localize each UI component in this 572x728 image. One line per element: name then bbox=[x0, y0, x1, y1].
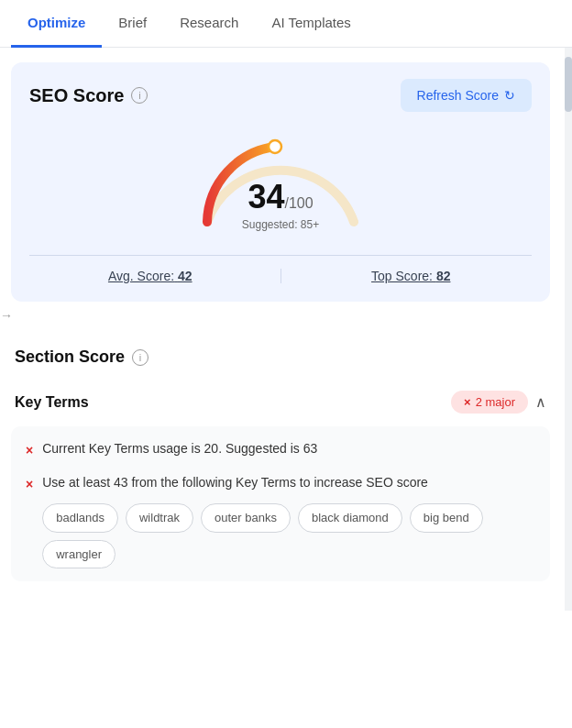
arrow-area: → bbox=[0, 302, 561, 329]
gauge-container: 34/100 Suggested: 85+ bbox=[29, 121, 532, 240]
tag-badlands[interactable]: badlands bbox=[42, 503, 118, 533]
section-score-info-icon[interactable]: i bbox=[132, 349, 148, 366]
issues-list: × Current Key Terms usage is 20. Suggest… bbox=[11, 426, 550, 581]
seo-score-header: SEO Score i Refresh Score ↻ bbox=[29, 79, 532, 112]
major-badge: × 2 major bbox=[451, 391, 528, 414]
key-terms-section: Key Terms × 2 major ∧ × Current Key Term… bbox=[11, 378, 550, 581]
section-score-label: Section Score bbox=[15, 347, 125, 367]
scrollbar-thumb[interactable] bbox=[565, 57, 572, 112]
refresh-score-label: Refresh Score bbox=[417, 88, 499, 103]
avg-score-value: 42 bbox=[178, 269, 192, 283]
x-badge-icon: × bbox=[464, 395, 471, 409]
score-divider bbox=[280, 269, 281, 283]
seo-score-label: SEO Score bbox=[29, 85, 124, 106]
svg-point-0 bbox=[269, 140, 281, 153]
gauge-score: 34/100 Suggested: 85+ bbox=[242, 178, 319, 231]
issue-text-2: Use at least 43 from the following Key T… bbox=[42, 475, 428, 490]
issue-item-2: × Use at least 43 from the following Key… bbox=[26, 473, 535, 568]
x-icon-1: × bbox=[26, 441, 33, 460]
key-terms-title: Key Terms bbox=[15, 394, 89, 411]
key-terms-badge-area: × 2 major ∧ bbox=[451, 391, 546, 414]
seo-score-title: SEO Score i bbox=[29, 85, 148, 106]
key-terms-header: Key Terms × 2 major ∧ bbox=[11, 378, 550, 426]
chevron-up-icon[interactable]: ∧ bbox=[535, 393, 546, 411]
gauge-suggested: Suggested: 85+ bbox=[242, 218, 319, 231]
main-content: SEO Score i Refresh Score ↻ bbox=[0, 48, 572, 611]
tags-row: badlands wildtrak outer banks black diam… bbox=[42, 503, 535, 568]
scrollbar-track[interactable] bbox=[565, 48, 572, 611]
avg-score-label: Avg. Score: 42 bbox=[108, 269, 192, 283]
top-score-item: Top Score: 82 bbox=[291, 269, 533, 283]
tag-wrangler[interactable]: wrangler bbox=[42, 540, 116, 569]
tag-wildtrak[interactable]: wildtrak bbox=[126, 503, 193, 533]
top-score-label: Top Score: 82 bbox=[371, 269, 450, 283]
left-arrow-icon[interactable]: → bbox=[0, 308, 13, 323]
gauge-svg: 34/100 Suggested: 85+ bbox=[180, 121, 381, 240]
tag-big-bend[interactable]: big bend bbox=[410, 503, 483, 533]
seo-score-card: SEO Score i Refresh Score ↻ bbox=[11, 62, 550, 302]
gauge-number: 34 bbox=[248, 178, 284, 215]
gauge-score-display: 34/100 bbox=[242, 178, 319, 216]
tag-black-diamond[interactable]: black diamond bbox=[298, 503, 402, 533]
top-score-value: 82 bbox=[436, 269, 451, 283]
issue-text-1: Current Key Terms usage is 20. Suggested… bbox=[42, 439, 317, 458]
tab-optimize[interactable]: Optimize bbox=[11, 0, 102, 48]
issue-item-1: × Current Key Terms usage is 20. Suggest… bbox=[26, 439, 535, 460]
seo-score-info-icon[interactable]: i bbox=[131, 87, 148, 104]
tag-outer-banks[interactable]: outer banks bbox=[201, 503, 291, 533]
issue-content-2: Use at least 43 from the following Key T… bbox=[42, 473, 535, 568]
section-score-heading: Section Score i bbox=[0, 329, 561, 374]
tab-ai-templates[interactable]: AI Templates bbox=[255, 0, 367, 48]
badge-text: 2 major bbox=[476, 395, 515, 409]
content-area: SEO Score i Refresh Score ↻ bbox=[0, 48, 572, 611]
score-row: Avg. Score: 42 Top Score: 82 bbox=[29, 255, 532, 283]
refresh-score-button[interactable]: Refresh Score ↻ bbox=[401, 79, 532, 112]
tab-brief[interactable]: Brief bbox=[102, 0, 163, 48]
tab-research[interactable]: Research bbox=[163, 0, 255, 48]
avg-score-item: Avg. Score: 42 bbox=[29, 269, 271, 283]
x-icon-2: × bbox=[26, 475, 33, 494]
gauge-outof: /100 bbox=[284, 195, 313, 211]
tab-bar: Optimize Brief Research AI Templates bbox=[0, 0, 572, 48]
refresh-icon: ↻ bbox=[504, 88, 515, 103]
